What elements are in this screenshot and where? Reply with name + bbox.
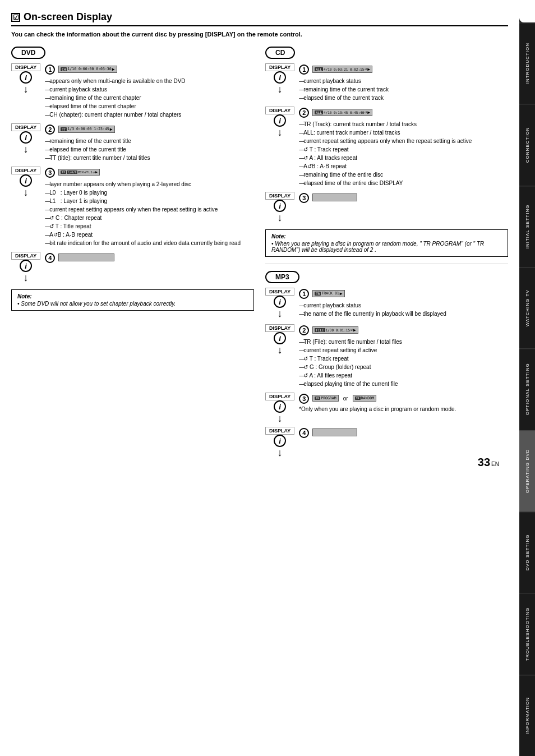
- dvd-ann-3-2: L1 : Layer 1 is playing: [45, 197, 254, 205]
- cd-mp3-divider: [265, 264, 508, 264]
- cd-ann-2-5: A↺B : A-B repeat: [299, 162, 508, 170]
- dvd-step-2-annotations: remaining time of the current title elap…: [45, 137, 254, 162]
- mp3-label: MP3: [265, 271, 299, 283]
- mp3-step-1-annotations: current playback status the name of the …: [299, 301, 508, 318]
- cd-step-1-screen: ALL 4/10 0:03:21 0:02:15 ↺ ▶: [312, 66, 372, 73]
- dvd-step-1-annotations: appears only when multi-angle is availab…: [45, 77, 254, 119]
- mp3-step-4-screen: [312, 428, 357, 436]
- subtitle: You can check the information about the …: [11, 31, 508, 38]
- mp3-down-arrow-1: ↓: [278, 308, 283, 320]
- cd-ann-2-3: ↺ T : Track repeat: [299, 145, 508, 154]
- mp3-step-3-screen-right: TR RANDOM: [353, 395, 377, 402]
- mp3-step-1-screen: TR TRACK 01 ▶: [312, 290, 344, 297]
- dvd-display-label-2: DISPLAY: [11, 123, 40, 131]
- dvd-ann-1-2: remaining time of the current chapter: [45, 94, 254, 102]
- sidebar: INTRODUCTION CONNECTION INITIAL SETTING …: [519, 0, 535, 756]
- mp3-section: MP3 DISPLAY i ↓ 1 TR TRACK 01: [265, 271, 508, 459]
- dvd-down-arrow-3: ↓: [24, 187, 29, 199]
- mp3-step-2-num: 2: [299, 325, 309, 335]
- dvd-down-arrow-1: ↓: [24, 84, 29, 95]
- mp3-ann-2-5: elapsed playing time of the current file: [299, 380, 508, 388]
- cd-display-label-1: DISPLAY: [265, 63, 294, 71]
- page-lang: EN: [491, 461, 499, 467]
- mp3-step-1-num: 1: [299, 289, 309, 299]
- dvd-down-arrow-2: ↓: [24, 144, 29, 155]
- dvd-step-4-screen: [58, 253, 114, 261]
- cd-ann-2-0: TR (Track): current track number / total…: [299, 120, 508, 128]
- mp3-info-icon-4: i: [274, 435, 286, 447]
- dvd-info-icon-4: i: [20, 260, 32, 272]
- cd-label: CD: [265, 47, 295, 59]
- dvd-ann-3-1: L0 : Layer 0 is playing: [45, 188, 254, 197]
- dvd-ann-3-4: ↺ C : Chapter repeat: [45, 214, 254, 222]
- mp3-step-3-note: *Only when you are playing a disc in pro…: [299, 406, 508, 412]
- mp3-ann-2-3: ↺ G : Group (folder) repeat: [299, 363, 508, 371]
- cd-down-arrow-2: ↓: [278, 127, 283, 139]
- dvd-ann-2-0: remaining time of the current title: [45, 137, 254, 145]
- sidebar-item-optional-setting: OPTIONAL SETTING: [519, 348, 535, 430]
- mp3-display-label-1: DISPLAY: [265, 288, 294, 296]
- dvd-down-arrow-4: ↓: [24, 272, 29, 284]
- mp3-display-label-3: DISPLAY: [265, 393, 294, 400]
- sidebar-item-information: INFORMATION: [519, 675, 535, 756]
- dvd-display-label-3: DISPLAY: [11, 167, 40, 174]
- cd-down-arrow-1: ↓: [278, 84, 283, 95]
- page-title: On-screen Display: [24, 11, 112, 23]
- mp3-down-arrow-2: ↓: [278, 344, 283, 356]
- cd-step-2-screen: ALL 4/10 0:13:45 0:45:40 ↺ ▶: [312, 109, 372, 116]
- cd-note-title: Note:: [271, 233, 286, 239]
- dvd-step-2-screen: TT 1/3 0:00:00 1:23:45 ▶: [58, 126, 114, 133]
- mp3-display-label-4: DISPLAY: [265, 427, 294, 435]
- sidebar-item-initial-setting: INITIAL SETTING: [519, 186, 535, 267]
- sidebar-item-troubleshooting: TROUBLESHOOTING: [519, 593, 535, 674]
- cd-step-1-annotations: current playback status remaining time o…: [299, 77, 508, 102]
- cd-display-label-2: DISPLAY: [265, 107, 294, 114]
- dvd-ann-1-4: CH (chapter): current chapter number / t…: [45, 110, 254, 119]
- mp3-ann-1-0: current playback status: [299, 301, 508, 310]
- dvd-step-2-num: 2: [45, 125, 55, 135]
- cd-ann-2-4: ↺ A : All tracks repeat: [299, 154, 508, 162]
- checkbox-icon: ☑: [11, 13, 20, 22]
- dvd-section: DVD DISPLAY i ↓ 1 CH 1/10 0:00:00 0:03:3…: [11, 47, 254, 463]
- dvd-step-4-num: 4: [45, 253, 55, 263]
- mp3-ann-1-1: the name of the file currently in playba…: [299, 310, 508, 318]
- cd-ann-1-1: remaining time of the current track: [299, 85, 508, 94]
- mp3-down-arrow-3: ↓: [278, 413, 283, 425]
- dvd-note-title: Note:: [17, 293, 32, 299]
- mp3-display-label-2: DISPLAY: [265, 324, 294, 332]
- dvd-note: Note: • Some DVD will not allow you to s…: [11, 289, 254, 311]
- cd-ann-2-2: current repeat setting appears only when…: [299, 137, 508, 145]
- cd-step-2-annotations: TR (Track): current track number / total…: [299, 120, 508, 187]
- mp3-step-3-num: 3: [299, 394, 309, 404]
- dvd-step-1-screen: CH 1/10 0:00:00 0:03:30 ▶: [58, 66, 117, 73]
- mp3-ann-2-2: ↺ T : Track repeat: [299, 354, 508, 363]
- dvd-info-icon-1: i: [20, 71, 32, 84]
- cd-info-icon-3: i: [274, 200, 286, 212]
- mp3-info-icon-2: i: [274, 332, 286, 344]
- dvd-display-label-1: DISPLAY: [11, 63, 40, 71]
- mp3-ann-2-0: TR (File): current file number / total f…: [299, 338, 508, 346]
- mp3-ann-2-1: current repeat setting if active: [299, 346, 508, 354]
- page-number: 33: [478, 456, 490, 469]
- cd-down-arrow-3: ↓: [278, 212, 283, 224]
- dvd-display-label-4: DISPLAY: [11, 252, 40, 260]
- cd-ann-2-1: ALL: current track number / total tracks: [299, 128, 508, 137]
- mp3-or-text: or: [343, 395, 348, 402]
- cd-ann-2-7: elapsed time of the entire disc DISPLAY: [299, 179, 508, 187]
- main-content: ☑ On-screen Display You can check the in…: [0, 0, 519, 474]
- dvd-step-3-screen: TF 1/0/8 MIX ↺T L1 ↺ ▶: [58, 169, 100, 176]
- dvd-ann-2-1: elapsed time of the current title: [45, 145, 254, 154]
- dvd-ann-3-0: layer number appears only when playing a…: [45, 180, 254, 188]
- sidebar-item-watching-tv: WATCHING TV: [519, 267, 535, 348]
- cd-note: Note: • When you are playing a disc in p…: [265, 229, 508, 257]
- dvd-ann-3-6: A↺B : A-B repeat: [45, 231, 254, 239]
- cd-step-3-screen: [312, 193, 357, 201]
- dvd-ann-2-2: TT (title): current title number / total…: [45, 154, 254, 162]
- cd-step-2-num: 2: [299, 108, 309, 118]
- dvd-ann-3-5: ↺ T : Title repeat: [45, 222, 254, 231]
- dvd-info-icon-2: i: [20, 131, 32, 144]
- section-title: ☑ On-screen Display: [11, 11, 508, 26]
- cd-info-icon-1: i: [274, 71, 286, 84]
- mp3-down-arrow-4: ↓: [278, 447, 283, 459]
- mp3-step-2-annotations: TR (File): current file number / total f…: [299, 338, 508, 388]
